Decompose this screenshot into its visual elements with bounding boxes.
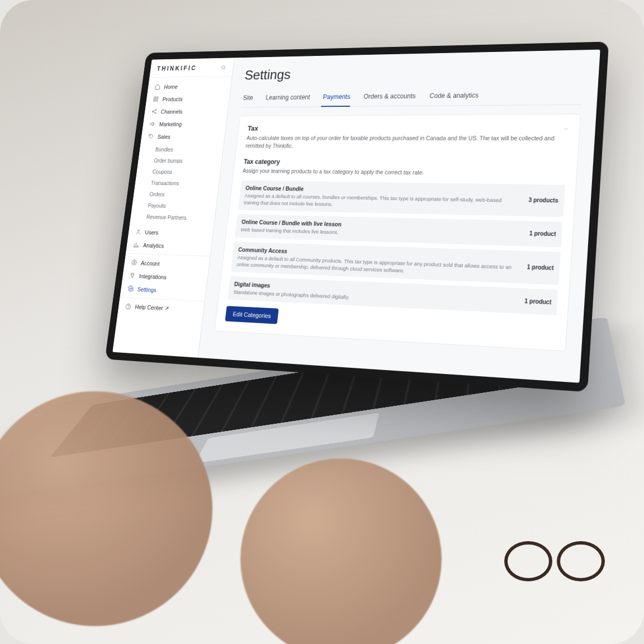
sidebar-item-label: Users — [145, 229, 159, 235]
sidebar-item-label: Integrations — [139, 273, 167, 280]
sub-order-bumps[interactable]: Order bumps — [138, 155, 222, 167]
tax-category-heading: Tax category — [243, 158, 567, 168]
help-icon — [125, 303, 132, 310]
sidebar-item-channels[interactable]: Channels — [144, 105, 229, 117]
sidebar-item-label: Sales — [157, 134, 171, 140]
tax-category-description: Assign your learning products to a tax c… — [242, 167, 566, 179]
brand-logo: THINKIFIC — [157, 64, 197, 72]
tax-description: Auto-calculate taxes on top of your orde… — [245, 134, 563, 151]
tax-card: Tax Auto-calculate taxes on top of your … — [214, 114, 581, 352]
tax-heading: Tax — [247, 124, 563, 132]
tax-category-row: Online Course / Bundle Assigned as a def… — [238, 180, 565, 217]
settings-tabs: Site Learning content Payments Orders & … — [241, 86, 583, 108]
svg-point-10 — [138, 230, 139, 231]
svg-rect-5 — [156, 100, 158, 101]
sub-coupons[interactable]: Coupons — [136, 166, 221, 178]
tab-site[interactable]: Site — [241, 90, 255, 107]
sidebar-item-analytics[interactable]: Analytics — [126, 238, 212, 254]
tab-payments[interactable]: Payments — [321, 89, 352, 107]
sidebar-item-products[interactable]: Products — [146, 92, 230, 106]
category-count: 1 product — [527, 264, 554, 271]
svg-point-9 — [150, 135, 150, 136]
search-icon[interactable] — [220, 64, 226, 70]
laptop-screen-frame: THINKIFIC Home Products Channels — [105, 41, 609, 392]
megaphone-icon — [149, 121, 156, 127]
gear-icon — [127, 285, 134, 292]
tab-learning-content[interactable]: Learning content — [264, 89, 312, 107]
plug-icon — [129, 272, 136, 279]
sidebar-item-label: Home — [164, 83, 178, 89]
account-icon — [131, 259, 138, 266]
svg-rect-4 — [154, 100, 155, 101]
brand-bar: THINKIFIC — [149, 58, 234, 78]
chevron-down-icon[interactable] — [562, 126, 569, 132]
svg-point-15 — [128, 308, 129, 309]
sales-submenu: Bundles Order bumps Coupons Transactions… — [130, 143, 224, 227]
svg-point-13 — [130, 288, 131, 290]
sidebar-item-label: Account — [140, 259, 160, 267]
sidebar-item-label: Settings — [137, 286, 157, 293]
category-count: 1 product — [529, 230, 556, 238]
svg-line-1 — [224, 68, 225, 69]
eyeglasses — [504, 538, 605, 583]
sub-bundles[interactable]: Bundles — [139, 144, 224, 155]
sidebar-item-sales[interactable]: Sales — [141, 130, 225, 143]
user-icon — [135, 228, 141, 235]
sub-transactions[interactable]: Transactions — [135, 177, 220, 190]
tax-category-row: Online Course / Bundle with live lesson … — [235, 214, 562, 247]
channels-icon — [151, 108, 158, 115]
main-content: Settings Site Learning content Payments … — [198, 50, 600, 383]
svg-rect-2 — [154, 97, 155, 98]
sidebar-item-label: Channels — [160, 108, 183, 115]
category-count: 1 product — [524, 298, 552, 306]
svg-point-12 — [134, 261, 135, 263]
page-title: Settings — [244, 61, 584, 83]
category-desc: Assigned as a default to all courses, bu… — [244, 192, 520, 211]
edit-categories-button[interactable]: Edit Categories — [225, 306, 278, 324]
chart-icon — [133, 242, 140, 248]
tag-icon — [148, 133, 154, 140]
category-count: 3 products — [528, 197, 558, 204]
tab-orders-accounts[interactable]: Orders & accounts — [362, 88, 418, 106]
products-icon — [153, 96, 159, 102]
sidebar-item-label: Help Center ↗ — [135, 304, 169, 312]
tab-code-analytics[interactable]: Code & analytics — [428, 87, 480, 106]
sidebar-item-label: Analytics — [143, 242, 165, 249]
sidebar-item-label: Products — [162, 96, 183, 102]
sidebar-item-label: Marketing — [159, 121, 182, 127]
app-screen: THINKIFIC Home Products Channels — [105, 41, 609, 392]
sub-revenue-partners[interactable]: Revenue Partners — [130, 211, 216, 224]
sidebar-item-help[interactable]: Help Center ↗ — [118, 300, 205, 318]
sidebar-item-home[interactable]: Home — [148, 79, 231, 93]
sidebar-item-marketing[interactable]: Marketing — [143, 117, 227, 130]
home-icon — [154, 83, 161, 90]
svg-rect-3 — [157, 97, 158, 98]
